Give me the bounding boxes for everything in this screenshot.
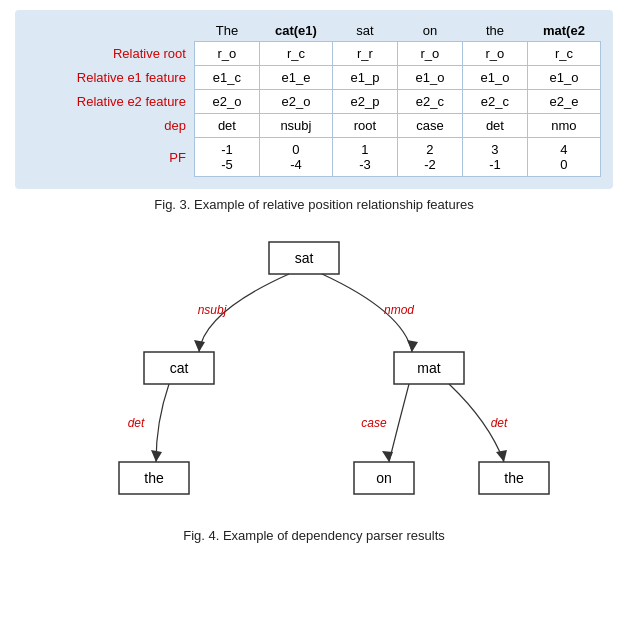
edge-label-det2: det bbox=[491, 416, 508, 430]
node-sat-label: sat bbox=[295, 250, 314, 266]
cell-3-3: case bbox=[397, 114, 462, 138]
arrow-sat-mat bbox=[407, 340, 418, 352]
cell-1-3: e1_o bbox=[397, 66, 462, 90]
node-cat-label: cat bbox=[170, 360, 189, 376]
cell-4-1: 0-4 bbox=[259, 138, 332, 177]
cell-4-4: 3-1 bbox=[462, 138, 527, 177]
edge-label-nsubj: nsubj bbox=[198, 303, 227, 317]
cell-1-4: e1_o bbox=[462, 66, 527, 90]
cell-0-4: r_o bbox=[462, 42, 527, 66]
edge-mat-on bbox=[389, 384, 409, 462]
cell-2-3: e2_c bbox=[397, 90, 462, 114]
col-header-on: on bbox=[397, 20, 462, 42]
row-label-3: dep bbox=[27, 114, 194, 138]
cell-1-0: e1_c bbox=[194, 66, 259, 90]
cell-3-2: root bbox=[332, 114, 397, 138]
cell-3-5: nmo bbox=[527, 114, 600, 138]
edge-cat-the bbox=[156, 384, 169, 462]
cell-0-2: r_r bbox=[332, 42, 397, 66]
fig3-container: The cat(e1) sat on the mat(e2 Relative r… bbox=[15, 10, 613, 189]
fig4-caption: Fig. 4. Example of dependency parser res… bbox=[183, 528, 445, 543]
arrow-mat-on bbox=[382, 451, 393, 462]
col-header-mate2: mat(e2 bbox=[527, 20, 600, 42]
fig4-tree-svg: sat cat mat the on the nsubj nmod det ca bbox=[44, 222, 584, 522]
arrow-sat-cat bbox=[194, 340, 205, 352]
node-on-label: on bbox=[376, 470, 392, 486]
col-header-cate1: cat(e1) bbox=[259, 20, 332, 42]
row-label-0: Relative root bbox=[27, 42, 194, 66]
cell-0-1: r_c bbox=[259, 42, 332, 66]
cell-4-5: 40 bbox=[527, 138, 600, 177]
edge-label-case: case bbox=[361, 416, 387, 430]
col-header-sat: sat bbox=[332, 20, 397, 42]
cell-0-5: r_c bbox=[527, 42, 600, 66]
col-header-empty bbox=[27, 20, 194, 42]
arrow-mat-the2 bbox=[496, 450, 507, 462]
cell-0-3: r_o bbox=[397, 42, 462, 66]
fig3-table: The cat(e1) sat on the mat(e2 Relative r… bbox=[27, 20, 601, 177]
arrow-cat-the bbox=[151, 450, 162, 462]
node-mat-label: mat bbox=[417, 360, 440, 376]
col-header-the2: the bbox=[462, 20, 527, 42]
cell-4-0: -1-5 bbox=[194, 138, 259, 177]
edge-label-nmod: nmod bbox=[384, 303, 414, 317]
fig4-container: sat cat mat the on the nsubj nmod det ca bbox=[15, 222, 613, 553]
cell-2-5: e2_e bbox=[527, 90, 600, 114]
cell-0-0: r_o bbox=[194, 42, 259, 66]
cell-4-2: 1-3 bbox=[332, 138, 397, 177]
cell-2-4: e2_c bbox=[462, 90, 527, 114]
cell-3-1: nsubj bbox=[259, 114, 332, 138]
row-label-4: PF bbox=[27, 138, 194, 177]
row-label-1: Relative e1 feature bbox=[27, 66, 194, 90]
edge-label-det1: det bbox=[128, 416, 145, 430]
cell-3-0: det bbox=[194, 114, 259, 138]
cell-2-1: e2_o bbox=[259, 90, 332, 114]
node-the1-label: the bbox=[144, 470, 164, 486]
cell-1-2: e1_p bbox=[332, 66, 397, 90]
fig3-caption: Fig. 3. Example of relative position rel… bbox=[15, 197, 613, 212]
col-header-the: The bbox=[194, 20, 259, 42]
cell-1-1: e1_e bbox=[259, 66, 332, 90]
node-the2-label: the bbox=[504, 470, 524, 486]
cell-2-2: e2_p bbox=[332, 90, 397, 114]
cell-4-3: 2-2 bbox=[397, 138, 462, 177]
cell-1-5: e1_o bbox=[527, 66, 600, 90]
cell-3-4: det bbox=[462, 114, 527, 138]
row-label-2: Relative e2 feature bbox=[27, 90, 194, 114]
cell-2-0: e2_o bbox=[194, 90, 259, 114]
